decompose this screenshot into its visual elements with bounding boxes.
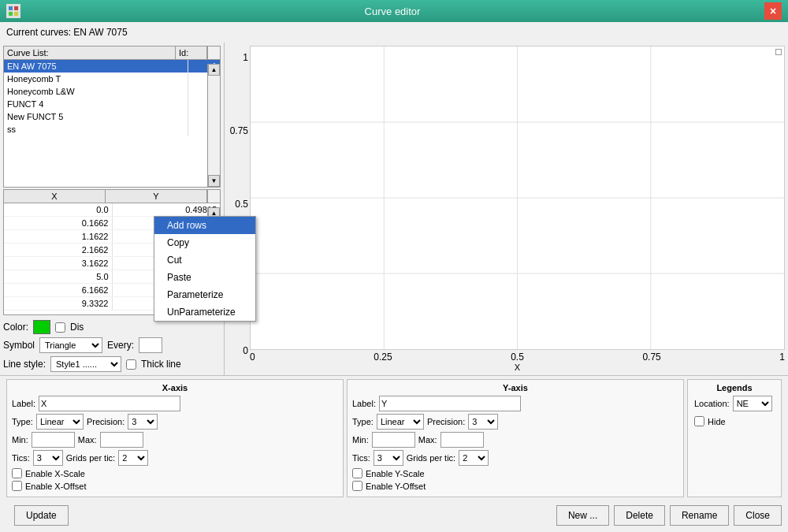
x-max-input[interactable] [100, 432, 143, 448]
x-type-select[interactable]: LinearLog [36, 414, 84, 430]
thick-line-label: Thick line [141, 359, 181, 370]
top-content: Curve List: Id: EN AW 70751Honeycomb T2H… [0, 43, 788, 375]
color-picker[interactable] [33, 320, 50, 334]
context-menu-item[interactable]: Add rows [154, 217, 255, 234]
scroll-up-btn[interactable]: ▲ [208, 64, 220, 76]
curve-list-row[interactable]: Honeycomb L&W3 [4, 85, 220, 98]
x-min-input[interactable] [32, 432, 75, 448]
y-label-text: Label: [352, 399, 376, 408]
context-menu-item[interactable]: Parameterize [154, 286, 255, 303]
y-min-input[interactable] [372, 432, 415, 448]
y-label-row: Label: [352, 396, 678, 411]
y-offset-checkbox[interactable] [352, 481, 362, 491]
curve-list-rows: EN AW 70751Honeycomb T2Honeycomb L&W3FUN… [4, 60, 220, 136]
x-type-text: Type: [12, 417, 33, 426]
y-cell: 0.49815 [113, 203, 221, 216]
hide-checkbox[interactable] [694, 416, 704, 426]
y-precision-text: Precision: [427, 417, 465, 426]
bottom-panel: X-axis Label: Type: LinearLog Precision:… [0, 375, 788, 532]
x-grids-select[interactable]: 1234 [118, 450, 148, 466]
x-minmax-row: Min: Max: [12, 432, 338, 448]
curve-list-scrollbar[interactable]: ▲ ▼ [207, 64, 220, 187]
every-label: Every: [107, 340, 134, 351]
y-axis-label: 0 [228, 345, 248, 356]
x-cell: 0.1662 [4, 217, 113, 229]
y-scale-label: Enable Y-Scale [366, 469, 425, 478]
close-button[interactable]: Close [734, 505, 782, 526]
y-tics-text: Tics: [352, 453, 370, 463]
svg-rect-2 [9, 12, 13, 16]
y-offset-row: Enable Y-Offset [352, 481, 678, 491]
x-axis-group: X-axis Label: Type: LinearLog Precision:… [6, 379, 344, 497]
x-cell: 6.1662 [4, 284, 113, 296]
symbol-select[interactable]: TriangleCircleSquareDiamond [39, 337, 102, 353]
x-label-input[interactable] [39, 396, 180, 411]
context-menu-item[interactable]: Paste [154, 269, 255, 286]
y-scale-checkbox[interactable] [352, 468, 362, 478]
x-axis-label: 0.75 [642, 352, 660, 363]
x-cell: 9.3322 [4, 297, 113, 310]
every-input[interactable] [139, 337, 162, 353]
dis-label: Dis [70, 322, 84, 333]
curve-list-row[interactable]: FUNCT 44 [4, 98, 220, 110]
chart-svg [251, 47, 784, 349]
app-icon [6, 4, 20, 18]
x-offset-label: Enable X-Offset [25, 482, 86, 491]
left-panel: Curve List: Id: EN AW 70751Honeycomb T2H… [0, 43, 225, 375]
y-axis-labels: 10.750.50.250 [228, 46, 250, 372]
line-style-select[interactable]: Style1 ...... [50, 356, 121, 372]
location-select[interactable]: NENWSESWNSEW [733, 396, 772, 411]
curve-list-row[interactable]: New FUNCT 55 [4, 110, 220, 123]
y-label-input[interactable] [379, 396, 521, 411]
y-type-select[interactable]: LinearLog [377, 414, 424, 430]
context-menu-item[interactable]: Cut [154, 251, 255, 269]
x-scale-row: Enable X-Scale [12, 468, 338, 478]
y-precision-select[interactable]: 12345 [468, 414, 498, 430]
curve-list-row[interactable]: Honeycomb T2 [4, 73, 220, 85]
chart-canvas [250, 46, 785, 350]
svg-rect-0 [9, 6, 13, 10]
scroll-down-btn[interactable]: ▼ [208, 175, 220, 187]
y-grids-select[interactable]: 1234 [459, 450, 489, 466]
context-menu-item[interactable]: UnParameterize [154, 303, 255, 321]
main-window: Current curves: EN AW 7075 Curve List: I… [0, 22, 788, 532]
curve-list-row[interactable]: ss6 [4, 123, 220, 136]
dis-checkbox[interactable] [55, 322, 65, 333]
curve-list-header: Curve List: Id: [4, 47, 220, 60]
x-axis-label: 0.25 [374, 352, 392, 363]
chart-and-yaxis: 10.750.50.250 [228, 46, 785, 372]
new-button[interactable]: New ... [556, 505, 609, 526]
title-bar: Curve editor × [0, 0, 788, 22]
hide-row: Hide [694, 416, 775, 426]
y-axis-group: Y-axis Label: Type: LinearLog Precision:… [347, 379, 684, 497]
current-curves-label: Current curves: EN AW 7075 [0, 22, 788, 43]
x-scale-checkbox[interactable] [12, 468, 22, 478]
line-style-label: Line style: [3, 359, 46, 370]
y-tics-select[interactable]: 12345 [374, 450, 403, 466]
x-tics-select[interactable]: 12345 [33, 450, 63, 466]
x-precision-select[interactable]: 12345 [128, 414, 158, 430]
data-table-row[interactable]: 0.00.49815 [4, 203, 220, 217]
y-max-input[interactable] [440, 432, 484, 448]
bottom-controls: Color: Dis Symbol TriangleCircleSquareDi… [3, 317, 221, 372]
update-button[interactable]: Update [14, 505, 69, 526]
x-label-text: Label: [12, 399, 35, 408]
curve-list-name-header: Curve List: [4, 47, 176, 59]
y-axis-label: 0.5 [228, 199, 248, 210]
close-window-button[interactable]: × [764, 2, 782, 20]
x-tics-text: Tics: [12, 453, 30, 463]
x-axis-labels: 00.250.50.751 [250, 350, 785, 363]
line-style-row: Line style: Style1 ...... Thick line [3, 356, 221, 372]
context-menu-item[interactable]: Copy [154, 234, 255, 251]
corner-handle [775, 49, 782, 55]
x-offset-checkbox[interactable] [12, 481, 22, 491]
curve-list-row[interactable]: EN AW 70751 [4, 60, 220, 73]
thick-line-checkbox[interactable] [126, 359, 136, 370]
x-cell: 3.1622 [4, 257, 113, 270]
y-minmax-row: Min: Max: [352, 432, 678, 448]
context-menu: Add rowsCopyCutPasteParameterizeUnParame… [154, 216, 256, 322]
delete-button[interactable]: Delete [614, 505, 665, 526]
rename-button[interactable]: Rename [670, 505, 729, 526]
y-tics-row: Tics: 12345 Grids per tic: 1234 [352, 450, 678, 466]
x-cell: 2.1662 [4, 244, 113, 256]
